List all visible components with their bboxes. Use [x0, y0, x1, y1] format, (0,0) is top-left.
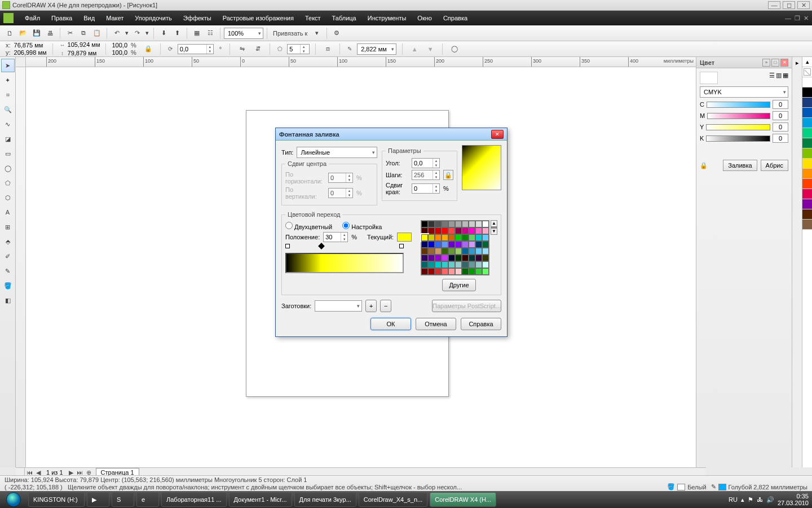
picker-swatch[interactable]: [448, 255, 455, 261]
mirror-v-button[interactable]: ⇵: [251, 43, 264, 55]
c-slider[interactable]: [707, 102, 770, 108]
minimize-button[interactable]: —: [768, 1, 780, 9]
type-combo[interactable]: Линейные: [297, 147, 377, 158]
edge-input[interactable]: ▲▼: [412, 183, 440, 194]
color-picker-grid[interactable]: [421, 220, 489, 275]
picker-swatch[interactable]: [482, 234, 489, 241]
m-slider[interactable]: [707, 113, 770, 119]
scale-y-value[interactable]: 100,0: [112, 49, 127, 56]
gradient-marker-start[interactable]: [285, 244, 290, 248]
tray-clock[interactable]: 0:35 27.03.2010: [778, 493, 809, 506]
crop-tool[interactable]: ⌗: [1, 88, 15, 102]
table-tool[interactable]: ⊞: [1, 220, 15, 234]
picker-swatch[interactable]: [421, 234, 428, 241]
docker-collapse-button[interactable]: »: [762, 59, 770, 67]
gradient-markers[interactable]: [285, 244, 404, 249]
picker-scroll-up[interactable]: ▲: [491, 220, 497, 227]
color-swatch[interactable]: [802, 179, 812, 189]
pick-tool[interactable]: ➤: [1, 59, 15, 72]
paste-button[interactable]: 📋: [91, 27, 103, 40]
picker-swatch[interactable]: [482, 255, 489, 261]
task-corel[interactable]: CorelDRAW X4 (Н...: [430, 492, 496, 507]
other-colors-button[interactable]: Другие: [442, 279, 476, 291]
outline-indicator-icon[interactable]: ✎: [711, 483, 716, 491]
scale-x-value[interactable]: 100,0: [112, 42, 127, 49]
redo-dropdown[interactable]: ▾: [144, 27, 150, 40]
color-swatch[interactable]: [802, 209, 812, 220]
freehand-tool[interactable]: ∿: [1, 117, 15, 131]
to-front-button[interactable]: ▲: [408, 43, 421, 55]
dialog-close-button[interactable]: ✕: [491, 130, 504, 139]
c-input[interactable]: [773, 100, 788, 109]
picker-swatch[interactable]: [435, 227, 442, 234]
picker-swatch[interactable]: [475, 248, 482, 255]
picker-swatch[interactable]: [482, 268, 489, 275]
polygon-tool[interactable]: ⬠: [1, 176, 15, 190]
picker-swatch[interactable]: [469, 221, 475, 227]
picker-swatch[interactable]: [455, 234, 462, 241]
picker-swatch[interactable]: [475, 221, 482, 227]
color-swatch[interactable]: [802, 148, 812, 159]
tray-network-icon[interactable]: 🖧: [757, 496, 763, 503]
picker-swatch[interactable]: [435, 248, 442, 255]
undo-dropdown[interactable]: ▾: [124, 27, 130, 40]
horizontal-ruler[interactable]: миллиметры 20015010050050100150200250300…: [26, 57, 696, 67]
mirror-h-button[interactable]: ⇋: [236, 43, 248, 55]
menu-window[interactable]: Окно: [412, 15, 438, 21]
y-input[interactable]: [773, 122, 788, 132]
height-value[interactable]: 79,879 мм: [68, 50, 97, 56]
fill-tool[interactable]: 🪣: [1, 279, 15, 292]
color-swatch[interactable]: [802, 159, 812, 169]
picker-swatch[interactable]: [435, 221, 442, 227]
picker-swatch[interactable]: [462, 234, 469, 241]
cancel-button[interactable]: Отмена: [416, 318, 456, 330]
menu-edit[interactable]: Правка: [46, 15, 78, 21]
palettes-icon[interactable]: ▦: [783, 72, 788, 84]
x-value[interactable]: 76,875 мм: [14, 42, 43, 49]
vertical-ruler[interactable]: [16, 67, 26, 467]
picker-swatch[interactable]: [428, 234, 435, 241]
menu-help[interactable]: Справка: [438, 15, 473, 21]
picker-swatch[interactable]: [421, 227, 428, 234]
interactive-tool[interactable]: ⬘: [1, 235, 15, 248]
picker-swatch[interactable]: [455, 268, 462, 275]
basic-shapes-tool[interactable]: ⬡: [1, 191, 15, 204]
snap-dropdown[interactable]: ▾: [311, 27, 323, 40]
menu-effects[interactable]: Эффекты: [178, 15, 217, 21]
picker-swatch[interactable]: [435, 234, 442, 241]
y-slider[interactable]: [706, 124, 770, 130]
tray-flag-icon[interactable]: ⚑: [748, 496, 753, 503]
picker-swatch[interactable]: [482, 261, 489, 268]
picker-swatch[interactable]: [442, 248, 448, 255]
viewers-icon[interactable]: ▥: [776, 72, 782, 84]
ellipse-tool[interactable]: ◯: [1, 161, 15, 175]
picker-swatch[interactable]: [482, 221, 489, 227]
custom-radio[interactable]: Настройка: [342, 222, 382, 230]
menu-view[interactable]: Вид: [78, 15, 100, 21]
picker-swatch[interactable]: [469, 248, 475, 255]
sliders-icon[interactable]: ☰: [769, 72, 775, 84]
picker-swatch[interactable]: [462, 241, 469, 248]
fill-swatch[interactable]: [677, 484, 685, 491]
copy-button[interactable]: ⧉: [77, 27, 90, 40]
picker-swatch[interactable]: [475, 227, 482, 234]
picker-swatch[interactable]: [455, 221, 462, 227]
fill-button[interactable]: Заливка: [723, 160, 757, 171]
k-input[interactable]: [773, 134, 788, 143]
print-button[interactable]: 🖶: [44, 27, 56, 40]
zoom-tool[interactable]: 🔍: [1, 103, 15, 116]
picker-swatch[interactable]: [442, 221, 448, 227]
color-swatch[interactable]: [802, 128, 812, 138]
picker-swatch[interactable]: [455, 241, 462, 248]
picker-swatch[interactable]: [448, 241, 455, 248]
export-button[interactable]: ⬆: [171, 27, 183, 40]
no-color-swatch[interactable]: [802, 67, 812, 77]
picker-swatch[interactable]: [455, 248, 462, 255]
docker-close-button[interactable]: ✕: [780, 59, 788, 67]
m-input[interactable]: [773, 111, 788, 120]
color-swatch[interactable]: [802, 220, 812, 230]
text-tool[interactable]: A: [1, 205, 15, 219]
task-wmp[interactable]: ▶: [87, 492, 109, 507]
outline-button[interactable]: Абрис: [761, 160, 788, 171]
picker-swatch[interactable]: [462, 221, 469, 227]
